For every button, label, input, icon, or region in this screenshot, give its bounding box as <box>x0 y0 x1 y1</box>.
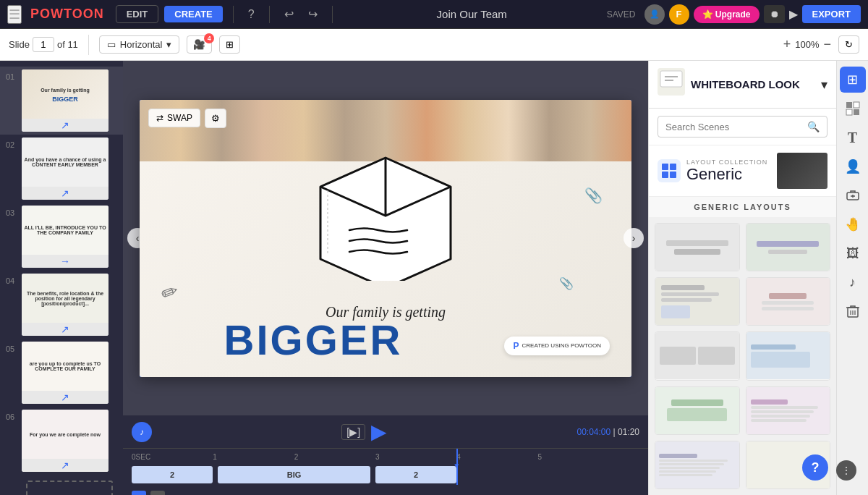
layout-card-8[interactable]: Four bullet points <box>746 386 831 435</box>
layout-card-6[interactable]: Add your main point <box>746 331 831 380</box>
help-icon-button[interactable]: ? <box>244 7 259 22</box>
blank-slide-button[interactable]: + Blank slide <box>0 475 123 495</box>
segment-2[interactable]: BIG <box>218 466 370 483</box>
svg-rect-4 <box>662 164 668 170</box>
slide-thumb-1: Our family is getting BIGGER ↗ <box>22 69 109 132</box>
generic-layouts-label: GENERIC LAYOUTS <box>649 197 836 217</box>
remove-track-button[interactable]: − <box>150 491 165 495</box>
camera-button[interactable]: 🎥 4 <box>187 35 212 54</box>
slide-item-2[interactable]: 02 And you have a chance of using a CONT… <box>0 135 123 203</box>
thumb-arrow-3: → <box>60 255 70 267</box>
icon-bar-media[interactable]: 🖼 <box>840 240 866 266</box>
card-1-line-2 <box>674 249 721 255</box>
thumb-text-1a: Our family is getting <box>39 86 91 94</box>
icon-bar-characters[interactable]: 👤 <box>840 153 866 179</box>
slide-thumb-img-2: And you have a chance of using a CONTENT… <box>22 138 109 187</box>
card-4-line-3 <box>762 307 814 310</box>
search-bar: 🔍 <box>649 109 836 145</box>
music-button[interactable]: ♪ <box>132 422 152 442</box>
more-options-button[interactable]: ⋮ <box>836 460 856 481</box>
slide-item-1[interactable]: 01 Our family is getting BIGGER ↗ <box>0 67 123 135</box>
card-3-line-1 <box>661 285 705 290</box>
user-avatar-f[interactable]: F <box>669 4 689 25</box>
layout-collection-icon <box>658 159 681 182</box>
slide-item-3[interactable]: 03 ALL I'LL BE, INTRODUCE YOU TO THE COM… <box>0 203 123 271</box>
icon-bar-backgrounds[interactable] <box>840 96 866 122</box>
slide-box-illustration <box>299 129 472 284</box>
svg-rect-12 <box>854 109 859 115</box>
add-track-button[interactable]: + <box>132 491 146 495</box>
slide-thumb-bottom-3: → <box>22 255 109 268</box>
icon-bar-gestures[interactable]: 🤚 <box>840 211 866 237</box>
icon-bar-layouts[interactable]: ⊞ <box>840 67 866 93</box>
record-button[interactable]: ⏺ <box>764 5 785 23</box>
segment-3[interactable]: 2 <box>375 466 456 483</box>
undo-button[interactable]: ↩ <box>280 6 298 22</box>
slide-item-4[interactable]: 04 The benefits, role location & the pos… <box>0 271 123 339</box>
preview-play-button[interactable]: ▶ <box>789 7 798 21</box>
icon-bar-text[interactable]: T <box>840 124 866 151</box>
grid-view-button[interactable]: ⊞ <box>219 35 240 54</box>
layouts-grid: A Catchy Title Your Awesome Title Your t <box>649 217 836 495</box>
slide-thumb-bottom-2: ↗ <box>22 187 109 200</box>
scene-settings-button[interactable]: ⚙ <box>205 109 226 128</box>
help-button[interactable]: ? <box>802 454 828 481</box>
layout-card-img-6 <box>746 332 830 379</box>
layout-icon: ▭ <box>107 39 116 50</box>
panel-chevron-button[interactable]: ▾ <box>821 77 827 93</box>
card-4-line-1 <box>769 293 807 299</box>
zoom-minus-button[interactable]: − <box>823 37 831 52</box>
slide-thumb-3: ALL I'LL BE, INTRODUCE YOU TO THE COMPAN… <box>22 206 109 268</box>
card-6-img <box>751 352 811 368</box>
whiteboard-thumb <box>658 68 685 96</box>
layout-card-9[interactable]: Here's a list of 8 <box>655 441 740 489</box>
layout-collection: LAYOUT COLLECTION Generic <box>649 145 836 197</box>
layout-card-5[interactable]: Compare & Contrast <box>655 331 740 380</box>
icon-bar-remove[interactable] <box>840 298 866 324</box>
layout-card-2[interactable]: Your Awesome Title <box>746 223 831 271</box>
upgrade-button[interactable]: ⭐ Upgrade <box>694 6 760 23</box>
slide-next-button[interactable]: › <box>624 228 644 248</box>
trash-icon <box>846 304 859 318</box>
hamburger-menu[interactable]: ☰ <box>7 5 22 24</box>
slide-item-5[interactable]: 05 are you up to complete us TO COMPLETE… <box>0 339 123 407</box>
icon-bar-props[interactable] <box>840 182 866 208</box>
slide-num-3: 03 <box>6 208 17 217</box>
zoom-plus-button[interactable]: + <box>783 37 791 52</box>
edit-button[interactable]: EDIT <box>116 5 159 23</box>
slide-item-6[interactable]: 06 For you we are complete now ↗ <box>0 407 123 475</box>
slide-number-input[interactable] <box>33 37 54 52</box>
icon-bar-audio[interactable]: ♪ <box>840 269 866 295</box>
redo-button[interactable]: ↪ <box>304 6 322 22</box>
total-time: 01:20 <box>618 427 639 437</box>
layout-card-4[interactable]: The topic <box>746 277 831 326</box>
create-button[interactable]: CREATE <box>164 6 222 22</box>
export-button[interactable]: EXPORT <box>802 5 861 23</box>
layout-card-img-5 <box>655 332 739 379</box>
search-scenes-input[interactable] <box>665 122 803 132</box>
slide-num-5: 05 <box>6 344 17 353</box>
swap-label: SWAP <box>167 113 192 123</box>
segment-1[interactable]: 2 <box>132 466 213 483</box>
swap-button[interactable]: ⇄ SWAP <box>148 109 200 127</box>
right-panel: WHITEBOARD LOOK ▾ 🔍 LAYOUT COLLECTION Ge… <box>648 61 836 495</box>
svg-rect-7 <box>670 172 676 178</box>
layout-card-3[interactable]: Your title goes here <box>655 277 740 326</box>
card-8-l2 <box>751 410 814 413</box>
layout-button[interactable]: ▭ Horizontal ▾ <box>99 35 180 54</box>
layout-card-label-2: Your Awesome Title <box>746 271 830 271</box>
search-icon[interactable]: 🔍 <box>807 121 820 132</box>
layout-card-label-10: Four Ideas <box>746 488 830 489</box>
current-time: 00:04:00 <box>576 427 610 437</box>
thumb-text-1b: BIGGER <box>52 96 78 103</box>
play-frame-button[interactable]: [▶] <box>341 424 365 440</box>
layout-card-1[interactable]: A Catchy Title <box>655 223 740 271</box>
layout-card-7[interactable]: Your big title <box>655 386 740 435</box>
user-avatar-small[interactable]: 👤 <box>644 4 665 25</box>
play-button[interactable]: ▶ <box>371 420 387 444</box>
blank-slide-icon: + <box>26 481 113 495</box>
rotate-button[interactable]: ↻ <box>838 35 859 54</box>
slide-thumb-img-5: are you up to complete us TO COMPLETE OU… <box>22 342 109 391</box>
slide-indicator: Slide of 11 <box>9 37 78 52</box>
layout-icon-svg <box>662 164 676 178</box>
